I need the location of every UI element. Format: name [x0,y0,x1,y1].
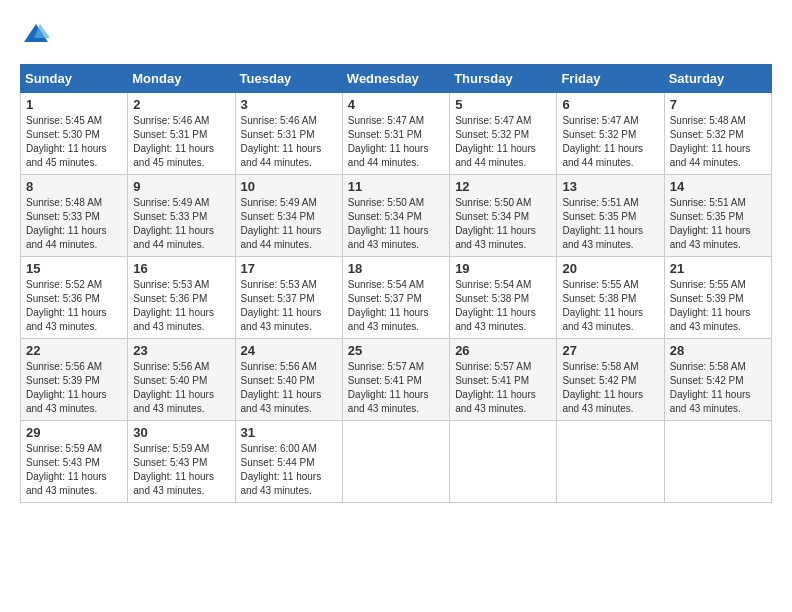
day-number: 16 [133,261,229,276]
calendar-day-cell: 31Sunrise: 6:00 AMSunset: 5:44 PMDayligh… [235,421,342,503]
calendar-day-cell: 2Sunrise: 5:46 AMSunset: 5:31 PMDaylight… [128,93,235,175]
day-info: Sunrise: 5:54 AMSunset: 5:37 PMDaylight:… [348,278,444,334]
day-number: 9 [133,179,229,194]
day-info: Sunrise: 5:51 AMSunset: 5:35 PMDaylight:… [670,196,766,252]
day-info: Sunrise: 5:55 AMSunset: 5:39 PMDaylight:… [670,278,766,334]
day-info: Sunrise: 5:52 AMSunset: 5:36 PMDaylight:… [26,278,122,334]
calendar-day-cell: 10Sunrise: 5:49 AMSunset: 5:34 PMDayligh… [235,175,342,257]
weekday-header: Sunday [21,65,128,93]
calendar-week-row: 29Sunrise: 5:59 AMSunset: 5:43 PMDayligh… [21,421,772,503]
calendar-day-cell: 19Sunrise: 5:54 AMSunset: 5:38 PMDayligh… [450,257,557,339]
day-info: Sunrise: 5:48 AMSunset: 5:32 PMDaylight:… [670,114,766,170]
day-number: 17 [241,261,337,276]
day-number: 27 [562,343,658,358]
calendar-day-cell: 29Sunrise: 5:59 AMSunset: 5:43 PMDayligh… [21,421,128,503]
calendar-day-cell: 23Sunrise: 5:56 AMSunset: 5:40 PMDayligh… [128,339,235,421]
day-info: Sunrise: 6:00 AMSunset: 5:44 PMDaylight:… [241,442,337,498]
calendar-day-cell: 17Sunrise: 5:53 AMSunset: 5:37 PMDayligh… [235,257,342,339]
day-info: Sunrise: 5:45 AMSunset: 5:30 PMDaylight:… [26,114,122,170]
calendar-table: SundayMondayTuesdayWednesdayThursdayFrid… [20,64,772,503]
day-number: 12 [455,179,551,194]
day-number: 13 [562,179,658,194]
day-info: Sunrise: 5:56 AMSunset: 5:40 PMDaylight:… [241,360,337,416]
day-number: 5 [455,97,551,112]
day-info: Sunrise: 5:57 AMSunset: 5:41 PMDaylight:… [455,360,551,416]
day-info: Sunrise: 5:56 AMSunset: 5:40 PMDaylight:… [133,360,229,416]
calendar-day-cell: 1Sunrise: 5:45 AMSunset: 5:30 PMDaylight… [21,93,128,175]
calendar-day-cell: 21Sunrise: 5:55 AMSunset: 5:39 PMDayligh… [664,257,771,339]
calendar-day-cell: 8Sunrise: 5:48 AMSunset: 5:33 PMDaylight… [21,175,128,257]
page-header [20,20,772,48]
day-info: Sunrise: 5:51 AMSunset: 5:35 PMDaylight:… [562,196,658,252]
calendar-header-row: SundayMondayTuesdayWednesdayThursdayFrid… [21,65,772,93]
calendar-day-cell: 5Sunrise: 5:47 AMSunset: 5:32 PMDaylight… [450,93,557,175]
day-number: 4 [348,97,444,112]
calendar-week-row: 22Sunrise: 5:56 AMSunset: 5:39 PMDayligh… [21,339,772,421]
day-number: 20 [562,261,658,276]
day-number: 15 [26,261,122,276]
day-number: 26 [455,343,551,358]
day-info: Sunrise: 5:57 AMSunset: 5:41 PMDaylight:… [348,360,444,416]
day-number: 31 [241,425,337,440]
calendar-day-cell: 22Sunrise: 5:56 AMSunset: 5:39 PMDayligh… [21,339,128,421]
day-info: Sunrise: 5:53 AMSunset: 5:36 PMDaylight:… [133,278,229,334]
calendar-day-cell: 11Sunrise: 5:50 AMSunset: 5:34 PMDayligh… [342,175,449,257]
calendar-day-cell: 28Sunrise: 5:58 AMSunset: 5:42 PMDayligh… [664,339,771,421]
day-info: Sunrise: 5:49 AMSunset: 5:34 PMDaylight:… [241,196,337,252]
day-info: Sunrise: 5:53 AMSunset: 5:37 PMDaylight:… [241,278,337,334]
day-number: 3 [241,97,337,112]
day-number: 8 [26,179,122,194]
day-info: Sunrise: 5:58 AMSunset: 5:42 PMDaylight:… [562,360,658,416]
day-number: 21 [670,261,766,276]
day-number: 19 [455,261,551,276]
day-number: 11 [348,179,444,194]
weekday-header: Friday [557,65,664,93]
calendar-day-cell: 27Sunrise: 5:58 AMSunset: 5:42 PMDayligh… [557,339,664,421]
calendar-week-row: 15Sunrise: 5:52 AMSunset: 5:36 PMDayligh… [21,257,772,339]
day-number: 10 [241,179,337,194]
day-number: 14 [670,179,766,194]
day-number: 2 [133,97,229,112]
day-info: Sunrise: 5:58 AMSunset: 5:42 PMDaylight:… [670,360,766,416]
weekday-header: Thursday [450,65,557,93]
day-number: 29 [26,425,122,440]
day-info: Sunrise: 5:59 AMSunset: 5:43 PMDaylight:… [133,442,229,498]
calendar-day-cell: 6Sunrise: 5:47 AMSunset: 5:32 PMDaylight… [557,93,664,175]
day-info: Sunrise: 5:56 AMSunset: 5:39 PMDaylight:… [26,360,122,416]
day-number: 30 [133,425,229,440]
day-info: Sunrise: 5:46 AMSunset: 5:31 PMDaylight:… [241,114,337,170]
day-info: Sunrise: 5:50 AMSunset: 5:34 PMDaylight:… [348,196,444,252]
calendar-day-cell: 14Sunrise: 5:51 AMSunset: 5:35 PMDayligh… [664,175,771,257]
calendar-day-cell: 18Sunrise: 5:54 AMSunset: 5:37 PMDayligh… [342,257,449,339]
day-info: Sunrise: 5:59 AMSunset: 5:43 PMDaylight:… [26,442,122,498]
calendar-week-row: 8Sunrise: 5:48 AMSunset: 5:33 PMDaylight… [21,175,772,257]
day-info: Sunrise: 5:47 AMSunset: 5:32 PMDaylight:… [455,114,551,170]
calendar-day-cell: 25Sunrise: 5:57 AMSunset: 5:41 PMDayligh… [342,339,449,421]
day-number: 28 [670,343,766,358]
day-info: Sunrise: 5:46 AMSunset: 5:31 PMDaylight:… [133,114,229,170]
day-number: 18 [348,261,444,276]
calendar-day-cell [664,421,771,503]
weekday-header: Saturday [664,65,771,93]
calendar-day-cell: 13Sunrise: 5:51 AMSunset: 5:35 PMDayligh… [557,175,664,257]
calendar-day-cell: 15Sunrise: 5:52 AMSunset: 5:36 PMDayligh… [21,257,128,339]
weekday-header: Tuesday [235,65,342,93]
day-info: Sunrise: 5:55 AMSunset: 5:38 PMDaylight:… [562,278,658,334]
calendar-day-cell: 4Sunrise: 5:47 AMSunset: 5:31 PMDaylight… [342,93,449,175]
calendar-day-cell: 3Sunrise: 5:46 AMSunset: 5:31 PMDaylight… [235,93,342,175]
day-number: 22 [26,343,122,358]
day-number: 6 [562,97,658,112]
calendar-day-cell: 7Sunrise: 5:48 AMSunset: 5:32 PMDaylight… [664,93,771,175]
day-number: 24 [241,343,337,358]
calendar-day-cell: 30Sunrise: 5:59 AMSunset: 5:43 PMDayligh… [128,421,235,503]
day-number: 1 [26,97,122,112]
calendar-day-cell [342,421,449,503]
day-number: 23 [133,343,229,358]
calendar-week-row: 1Sunrise: 5:45 AMSunset: 5:30 PMDaylight… [21,93,772,175]
day-number: 7 [670,97,766,112]
weekday-header: Monday [128,65,235,93]
weekday-header: Wednesday [342,65,449,93]
logo-icon [22,20,50,48]
calendar-day-cell: 20Sunrise: 5:55 AMSunset: 5:38 PMDayligh… [557,257,664,339]
calendar-day-cell: 12Sunrise: 5:50 AMSunset: 5:34 PMDayligh… [450,175,557,257]
